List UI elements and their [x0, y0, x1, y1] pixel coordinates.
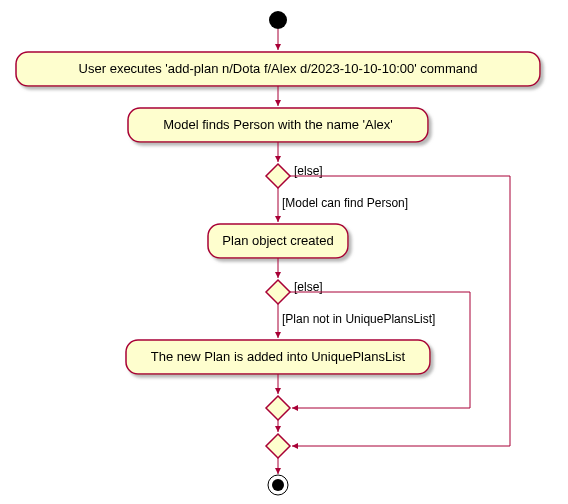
guard-true: [Model can find Person]	[282, 196, 408, 210]
activity-label: The new Plan is added into UniquePlansLi…	[151, 349, 406, 364]
start-node	[269, 11, 287, 29]
activity-diagram: User executes 'add-plan n/Dota f/Alex d/…	[0, 0, 568, 504]
decision-plan-unique	[266, 280, 290, 304]
activity-label: User executes 'add-plan n/Dota f/Alex d/…	[79, 61, 478, 76]
merge-node	[266, 434, 290, 458]
activity-label: Plan object created	[222, 233, 333, 248]
guard-true: [Plan not in UniquePlansList]	[282, 312, 435, 326]
decision-find-person	[266, 164, 290, 188]
end-node-inner	[272, 479, 284, 491]
merge-node	[266, 396, 290, 420]
edge-else	[290, 176, 510, 446]
activity-label: Model finds Person with the name 'Alex'	[163, 117, 393, 132]
